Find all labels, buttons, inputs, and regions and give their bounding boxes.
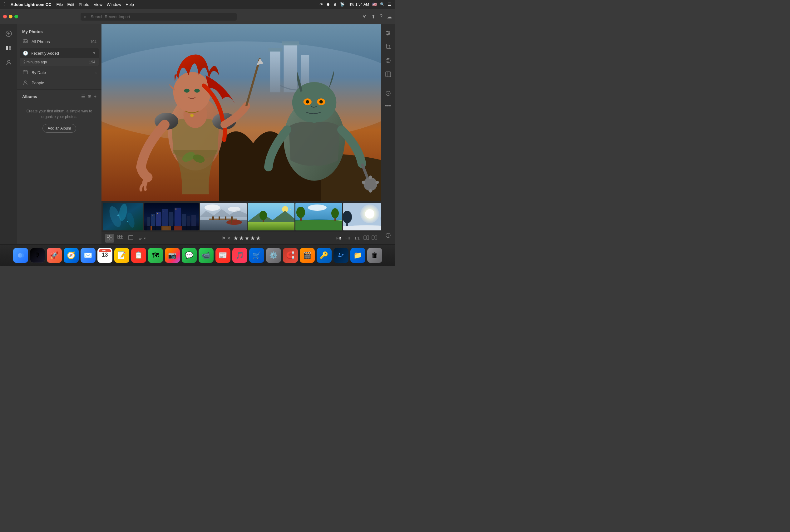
star-4[interactable]: ★ (250, 235, 255, 242)
dock-siri[interactable]: 🎙 (30, 248, 45, 263)
svg-rect-85 (248, 222, 295, 230)
star-3[interactable]: ★ (244, 235, 249, 242)
search-input[interactable] (80, 13, 237, 21)
dock-maps[interactable]: 🗺 (148, 248, 163, 263)
star-rating[interactable]: ★ ★ ★ ★ ★ (233, 235, 261, 242)
people-icon-btn[interactable] (2, 56, 15, 69)
fit-button[interactable]: Fit (335, 235, 342, 241)
svg-point-13 (24, 81, 26, 83)
dock-filebrowser[interactable]: 📁 (350, 248, 365, 263)
menu-window[interactable]: Window (107, 2, 121, 7)
filter-icon[interactable]: ⛛ (362, 14, 367, 19)
menu-help[interactable]: Help (126, 2, 134, 7)
compare-icon[interactable] (363, 235, 369, 242)
add-icon-btn[interactable] (2, 27, 15, 40)
app-toolbar: ⌕ ⛛ ⬆ ? ☁ (0, 9, 395, 24)
adjustments-btn[interactable] (382, 27, 394, 39)
dock-claquette[interactable]: 🎬 (300, 248, 315, 263)
main-image-area[interactable] (101, 24, 381, 201)
dock-finder[interactable] (13, 248, 28, 263)
star-5[interactable]: ★ (256, 235, 261, 242)
dock-1password[interactable]: 🔑 (317, 248, 332, 263)
thumbnail-2[interactable] (144, 203, 199, 230)
dock-magnet[interactable]: 🧲 (283, 248, 298, 263)
preset-btn[interactable] (382, 69, 394, 80)
control-icon[interactable]: ☰ (388, 2, 391, 6)
dock-trash[interactable]: 🗑 (367, 248, 382, 263)
sort-btn[interactable]: ▾ (137, 235, 147, 241)
dock-facetime[interactable]: 📹 (199, 248, 213, 263)
recently-added-header[interactable]: 🕐 Recently Added ▼ (20, 48, 99, 58)
grid-view-icon[interactable]: ⊞ (88, 94, 92, 99)
svg-point-35 (292, 82, 337, 123)
svg-rect-118 (110, 238, 112, 240)
dock-news[interactable]: 📰 (215, 248, 230, 263)
circle-btn[interactable] (382, 88, 394, 99)
thumbnail-6[interactable] (343, 203, 381, 230)
spotlight-icon[interactable]: 🔍 (380, 2, 385, 6)
svg-point-134 (386, 31, 388, 33)
recently-sub-item[interactable]: 2 minutes ago 194 (20, 58, 99, 66)
add-album-button[interactable]: Add an Album (42, 124, 76, 133)
split-view-icon[interactable] (372, 235, 377, 242)
record-icon[interactable]: ⏺ (326, 2, 330, 6)
dock-system-preferences[interactable]: ⚙️ (266, 248, 281, 263)
menu-edit[interactable]: Edit (68, 2, 74, 7)
accessibility-icon[interactable]: 👁 (319, 2, 323, 6)
clock: Thu 1:54 AM (348, 2, 369, 6)
ratio-button[interactable]: 1:1 (353, 235, 361, 241)
dock-lightroom[interactable]: Lr (334, 248, 349, 263)
star-2[interactable]: ★ (239, 235, 244, 242)
dock-calendar[interactable]: DEC 13 (97, 248, 112, 263)
library-icon-btn[interactable] (2, 42, 15, 54)
share-icon[interactable]: ⬆ (371, 14, 375, 20)
menu-file[interactable]: File (57, 2, 63, 7)
info-btn[interactable] (382, 230, 394, 241)
cloud-icon[interactable]: ☁ (387, 14, 392, 20)
svg-point-82 (205, 205, 220, 211)
svg-rect-143 (385, 72, 391, 77)
maximize-button[interactable] (14, 15, 18, 18)
flag-icon[interactable]: ⚑ (222, 236, 226, 241)
fill-button[interactable]: Fill (344, 235, 351, 241)
svg-rect-20 (282, 41, 299, 45)
recently-chevron: ▼ (92, 51, 96, 55)
dock-notes[interactable]: 📝 (114, 248, 129, 263)
thumbnail-strip[interactable] (101, 201, 381, 232)
add-album-icon[interactable]: + (94, 94, 96, 99)
dock-launchpad[interactable]: 🚀 (47, 248, 62, 263)
more-options-btn[interactable]: ••• (385, 103, 391, 109)
svg-point-42 (369, 175, 372, 179)
dock-safari[interactable]: 🧭 (64, 248, 79, 263)
apple-logo[interactable]:  (4, 2, 6, 7)
crop-btn[interactable] (382, 41, 394, 53)
display-icon[interactable]: 🖥 (333, 2, 337, 6)
thumbnail-5[interactable] (295, 203, 342, 230)
svg-point-96 (331, 208, 339, 218)
star-1[interactable]: ★ (233, 235, 238, 242)
close-button[interactable] (3, 15, 7, 18)
help-icon[interactable]: ? (380, 14, 382, 19)
reject-icon[interactable]: ✕ (227, 236, 231, 241)
dock-music[interactable]: 🎵 (232, 248, 247, 263)
thumbnail-1[interactable] (103, 203, 143, 230)
menu-view[interactable]: View (94, 2, 102, 7)
dock-appstore[interactable]: 🛒 (249, 248, 264, 263)
dock-photos[interactable]: 📷 (165, 248, 180, 263)
dock-messages[interactable]: 💬 (182, 248, 197, 263)
airdrop-icon[interactable]: 📡 (340, 2, 345, 6)
all-photos-item[interactable]: All Photos 194 (17, 37, 101, 47)
healing-btn[interactable] (382, 55, 394, 66)
list-view-icon[interactable]: ☰ (81, 94, 85, 99)
dock-reminders[interactable]: 📋 (131, 248, 146, 263)
people-item[interactable]: People (17, 78, 101, 88)
thumbnail-4[interactable] (248, 203, 295, 230)
square-grid-btn[interactable] (116, 234, 125, 243)
thumbnail-3[interactable] (200, 203, 247, 230)
minimize-button[interactable] (9, 15, 13, 18)
grid-view-btn[interactable] (105, 234, 114, 243)
by-date-item[interactable]: By Date ‹ (17, 68, 101, 78)
dock-mail[interactable]: ✉️ (80, 248, 96, 263)
single-view-btn[interactable] (127, 234, 135, 243)
menu-photo[interactable]: Photo (79, 2, 89, 7)
